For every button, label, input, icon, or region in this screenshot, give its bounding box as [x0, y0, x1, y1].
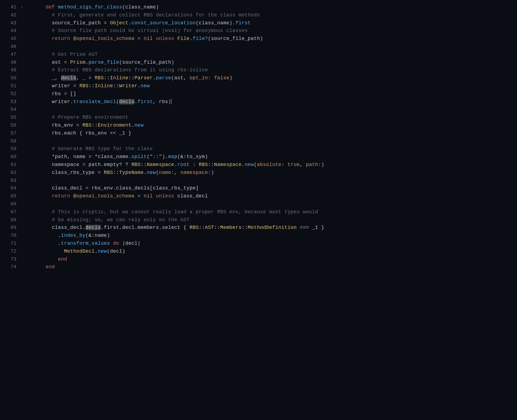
line-number: 53	[0, 98, 19, 106]
code-content[interactable]: rbs.each { rbs_env << _1 }	[25, 129, 131, 137]
line-number: 72	[0, 247, 19, 255]
line-number: 58	[0, 137, 19, 145]
code-content[interactable]: writer.translate_decl(decls.first, rbs)	[25, 98, 172, 106]
line-number: 41	[0, 3, 19, 11]
line-number: 44	[0, 27, 19, 35]
line-number: 61	[0, 161, 19, 169]
code-content[interactable]: # First, generate and collect RBS declar…	[25, 11, 260, 19]
code-line[interactable]: 48 ast = Prism.parse_file(source_file_pa…	[0, 59, 517, 66]
code-line[interactable]: 58	[0, 137, 517, 145]
code-content[interactable]: def method_sigs_for_class(class_name)	[25, 3, 159, 11]
code-line[interactable]: 74 end	[0, 263, 517, 271]
line-number: 73	[0, 255, 19, 263]
code-content[interactable]: end	[25, 263, 55, 271]
code-content[interactable]: end	[25, 255, 67, 263]
line-number: 65	[0, 192, 19, 200]
code-content[interactable]: # Source file path could be virtual (eva…	[25, 27, 248, 35]
code-line[interactable]: 43 source_file_path = Object.const_sourc…	[0, 19, 517, 27]
line-number: 64	[0, 184, 19, 192]
code-content[interactable]: return @openai_tools_schema = nil unless…	[25, 35, 263, 43]
fold-icon[interactable]: ⌄	[19, 3, 25, 9]
code-line[interactable]: 65 return @openai_tools_schema = nil unl…	[0, 192, 517, 200]
line-number: 67	[0, 208, 19, 216]
code-content[interactable]: *path, name = *class_name.split("::").ma…	[25, 153, 208, 161]
code-content[interactable]: .transform_values do |decl|	[25, 240, 141, 247]
line-number: 63	[0, 177, 19, 185]
code-line[interactable]: 55 # Prepare RBS environment	[0, 113, 517, 121]
code-content[interactable]: # be missing; so, we can rely only on th…	[25, 216, 190, 224]
line-number: 51	[0, 82, 19, 90]
code-line[interactable]: 56 rbs_env = RBS::Environment.new	[0, 121, 517, 129]
code-content[interactable]: namespace = path.empty? ? RBS::Namespace…	[25, 161, 324, 169]
code-content[interactable]: class_rbs_type = RBS::TypeName.new(name:…	[25, 169, 214, 177]
code-line[interactable]: 72 MethodDecl.new(decl)	[0, 247, 517, 255]
code-content[interactable]: # Extract RBS declarations from it using…	[25, 66, 208, 74]
line-number: 68	[0, 216, 19, 224]
code-line[interactable]: 67 # This is cryptic, but we cannot real…	[0, 208, 517, 216]
code-content[interactable]: ast = Prism.parse_file(source_file_path)	[25, 59, 174, 66]
code-line[interactable]: 64 class_decl = rbs_env.class_decls[clas…	[0, 184, 517, 192]
line-number: 56	[0, 121, 19, 129]
line-number: 55	[0, 113, 19, 121]
code-line[interactable]: 66	[0, 200, 517, 208]
code-line[interactable]: 60 *path, name = *class_name.split("::")…	[0, 153, 517, 161]
code-content[interactable]: .index_by(&:name)	[25, 232, 110, 240]
line-number: 43	[0, 19, 19, 27]
line-number: 66	[0, 200, 19, 208]
code-content[interactable]: writer = RBS::Inline::Writer.new	[25, 82, 150, 90]
code-line[interactable]: 49 # Extract RBS declarations from it us…	[0, 66, 517, 74]
code-content[interactable]: # Prepare RBS environment	[25, 113, 128, 121]
code-line[interactable]: 68 # be missing; so, we can rely only on…	[0, 216, 517, 224]
code-line[interactable]: 50 _, decls, _ = RBS::Inline::Parser.par…	[0, 74, 517, 82]
code-line[interactable]: 45 return @openai_tools_schema = nil unl…	[0, 35, 517, 43]
code-content[interactable]: class_decl.decls.first.decl.members.sele…	[25, 224, 324, 232]
text-cursor	[171, 99, 172, 104]
code-line[interactable]: 52 rbs = []	[0, 90, 517, 98]
code-content[interactable]: MethodDecl.new(decl)	[25, 247, 125, 255]
code-line[interactable]: 51 writer = RBS::Inline::Writer.new	[0, 82, 517, 90]
line-number: 48	[0, 59, 19, 66]
line-number: 69	[0, 224, 19, 232]
line-number: 71	[0, 240, 19, 247]
line-number: 42	[0, 11, 19, 19]
code-line[interactable]: 71 .transform_values do |decl|	[0, 240, 517, 247]
line-number: 57	[0, 129, 19, 137]
code-line[interactable]: 41 ⌄ def method_sigs_for_class(class_nam…	[0, 3, 517, 11]
line-number: 59	[0, 145, 19, 153]
code-line[interactable]: 73 end	[0, 255, 517, 263]
line-number: 46	[0, 43, 19, 51]
code-content[interactable]: # Generate RBS type for the class	[25, 145, 153, 153]
line-number: 70	[0, 232, 19, 240]
code-content[interactable]: rbs = []	[25, 90, 76, 98]
line-number: 62	[0, 169, 19, 177]
line-number: 74	[0, 263, 19, 271]
code-line[interactable]: 59 # Generate RBS type for the class	[0, 145, 517, 153]
code-content[interactable]: return @openai_tools_schema = nil unless…	[25, 192, 208, 200]
line-number: 47	[0, 51, 19, 59]
code-line[interactable]: 70 .index_by(&:name)	[0, 232, 517, 240]
code-content[interactable]: # This is cryptic, but we cannot really …	[25, 208, 318, 216]
code-line[interactable]: 57 rbs.each { rbs_env << _1 }	[0, 129, 517, 137]
code-line[interactable]: 44 # Source file path could be virtual (…	[0, 27, 517, 35]
code-line[interactable]: 61 namespace = path.empty? ? RBS::Namesp…	[0, 161, 517, 169]
line-number: 49	[0, 66, 19, 74]
code-line[interactable]: 63	[0, 177, 517, 185]
line-number: 54	[0, 106, 19, 113]
code-line[interactable]: 54	[0, 106, 517, 113]
line-number: 45	[0, 35, 19, 43]
code-content[interactable]: rbs_env = RBS::Environment.new	[25, 121, 144, 129]
code-line[interactable]: 47 # Get Prism AST	[0, 51, 517, 59]
code-content[interactable]: _, decls, _ = RBS::Inline::Parser.parse(…	[25, 74, 233, 82]
line-number: 52	[0, 90, 19, 98]
code-line[interactable]: 69 class_decl.decls.first.decl.members.s…	[0, 224, 517, 232]
code-line[interactable]: 62 class_rbs_type = RBS::TypeName.new(na…	[0, 169, 517, 177]
code-line[interactable]: 53 writer.translate_decl(decls.first, rb…	[0, 98, 517, 106]
line-number: 50	[0, 74, 19, 82]
code-content[interactable]: class_decl = rbs_env.class_decls[class_r…	[25, 184, 199, 192]
code-line[interactable]: 42 # First, generate and collect RBS dec…	[0, 11, 517, 19]
code-line[interactable]: 46	[0, 43, 517, 51]
code-editor[interactable]: 41 ⌄ def method_sigs_for_class(class_nam…	[0, 3, 517, 271]
code-content[interactable]: source_file_path = Object.const_source_l…	[25, 19, 251, 27]
line-number: 60	[0, 153, 19, 161]
code-content[interactable]: # Get Prism AST	[25, 51, 98, 59]
